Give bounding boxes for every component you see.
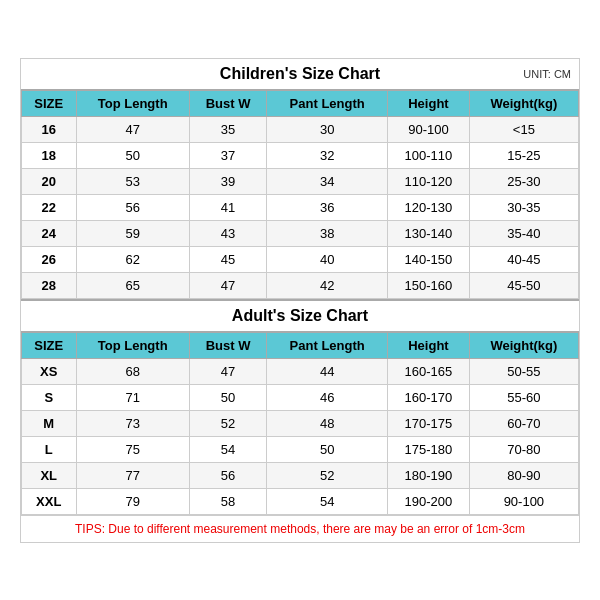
table-cell: 54 xyxy=(189,436,266,462)
table-cell: 50 xyxy=(189,384,266,410)
table-cell: 47 xyxy=(189,358,266,384)
table-cell: 34 xyxy=(267,168,388,194)
table-cell: 175-180 xyxy=(388,436,470,462)
table-cell: 47 xyxy=(76,116,189,142)
adult-title-row: Adult's Size Chart xyxy=(21,299,579,332)
table-row: M735248170-17560-70 xyxy=(22,410,579,436)
table-cell: 52 xyxy=(267,462,388,488)
table-cell: 75 xyxy=(76,436,189,462)
table-row: XXL795854190-20090-100 xyxy=(22,488,579,514)
table-row: 1647353090-100<15 xyxy=(22,116,579,142)
table-cell: 180-190 xyxy=(388,462,470,488)
table-cell: M xyxy=(22,410,77,436)
table-cell: 24 xyxy=(22,220,77,246)
table-cell: 35 xyxy=(189,116,266,142)
table-row: XS684744160-16550-55 xyxy=(22,358,579,384)
table-cell: S xyxy=(22,384,77,410)
table-cell: 62 xyxy=(76,246,189,272)
table-cell: 71 xyxy=(76,384,189,410)
unit-label: UNIT: CM xyxy=(523,68,571,80)
table-cell: 56 xyxy=(76,194,189,220)
adult-col-size: SIZE xyxy=(22,332,77,358)
table-cell: 37 xyxy=(189,142,266,168)
adult-table: SIZE Top Length Bust W Pant Length Heigh… xyxy=(21,332,579,515)
children-col-top-length: Top Length xyxy=(76,90,189,116)
adult-col-weight: Weight(kg) xyxy=(469,332,578,358)
table-cell: 90-100 xyxy=(388,116,470,142)
table-cell: 120-130 xyxy=(388,194,470,220)
table-cell: 59 xyxy=(76,220,189,246)
adult-col-pant-length: Pant Length xyxy=(267,332,388,358)
table-row: XL775652180-19080-90 xyxy=(22,462,579,488)
adult-col-top-length: Top Length xyxy=(76,332,189,358)
table-cell: 45 xyxy=(189,246,266,272)
table-row: 22564136120-13030-35 xyxy=(22,194,579,220)
adult-thead: SIZE Top Length Bust W Pant Length Heigh… xyxy=(22,332,579,358)
table-cell: 70-80 xyxy=(469,436,578,462)
table-cell: XL xyxy=(22,462,77,488)
table-cell: 40 xyxy=(267,246,388,272)
table-cell: 18 xyxy=(22,142,77,168)
table-cell: 36 xyxy=(267,194,388,220)
table-row: 26624540140-15040-45 xyxy=(22,246,579,272)
table-cell: <15 xyxy=(469,116,578,142)
table-cell: 47 xyxy=(189,272,266,298)
children-col-bust-w: Bust W xyxy=(189,90,266,116)
table-cell: 50-55 xyxy=(469,358,578,384)
table-cell: 77 xyxy=(76,462,189,488)
table-cell: L xyxy=(22,436,77,462)
table-row: 18503732100-11015-25 xyxy=(22,142,579,168)
table-cell: 80-90 xyxy=(469,462,578,488)
table-cell: 22 xyxy=(22,194,77,220)
table-cell: 65 xyxy=(76,272,189,298)
table-row: 24594338130-14035-40 xyxy=(22,220,579,246)
table-cell: 170-175 xyxy=(388,410,470,436)
table-cell: 41 xyxy=(189,194,266,220)
table-cell: 45-50 xyxy=(469,272,578,298)
table-cell: 54 xyxy=(267,488,388,514)
children-col-pant-length: Pant Length xyxy=(267,90,388,116)
table-cell: 130-140 xyxy=(388,220,470,246)
table-cell: 90-100 xyxy=(469,488,578,514)
children-col-height: Height xyxy=(388,90,470,116)
table-cell: 32 xyxy=(267,142,388,168)
table-cell: 100-110 xyxy=(388,142,470,168)
tips-text: TIPS: Due to different measurement metho… xyxy=(75,522,525,536)
table-row: S715046160-17055-60 xyxy=(22,384,579,410)
children-thead: SIZE Top Length Bust W Pant Length Heigh… xyxy=(22,90,579,116)
adult-tbody: XS684744160-16550-55S715046160-17055-60M… xyxy=(22,358,579,514)
children-title-row: Children's Size Chart UNIT: CM xyxy=(21,59,579,90)
table-cell: 73 xyxy=(76,410,189,436)
table-cell: 160-170 xyxy=(388,384,470,410)
table-cell: 30 xyxy=(267,116,388,142)
children-col-weight: Weight(kg) xyxy=(469,90,578,116)
table-cell: 46 xyxy=(267,384,388,410)
table-cell: 42 xyxy=(267,272,388,298)
table-cell: 56 xyxy=(189,462,266,488)
table-row: 20533934110-12025-30 xyxy=(22,168,579,194)
table-cell: 55-60 xyxy=(469,384,578,410)
table-cell: 50 xyxy=(267,436,388,462)
table-cell: 30-35 xyxy=(469,194,578,220)
table-cell: 35-40 xyxy=(469,220,578,246)
adult-title: Adult's Size Chart xyxy=(232,307,368,324)
table-cell: 58 xyxy=(189,488,266,514)
table-cell: 15-25 xyxy=(469,142,578,168)
table-cell: 48 xyxy=(267,410,388,436)
table-cell: 110-120 xyxy=(388,168,470,194)
adult-col-bust-w: Bust W xyxy=(189,332,266,358)
table-cell: 16 xyxy=(22,116,77,142)
table-cell: 25-30 xyxy=(469,168,578,194)
table-row: 28654742150-16045-50 xyxy=(22,272,579,298)
table-row: L755450175-18070-80 xyxy=(22,436,579,462)
table-cell: XXL xyxy=(22,488,77,514)
children-table: SIZE Top Length Bust W Pant Length Heigh… xyxy=(21,90,579,299)
children-col-size: SIZE xyxy=(22,90,77,116)
table-cell: 60-70 xyxy=(469,410,578,436)
table-cell: 140-150 xyxy=(388,246,470,272)
table-cell: 160-165 xyxy=(388,358,470,384)
table-cell: 52 xyxy=(189,410,266,436)
table-cell: 79 xyxy=(76,488,189,514)
table-cell: 150-160 xyxy=(388,272,470,298)
table-cell: 44 xyxy=(267,358,388,384)
